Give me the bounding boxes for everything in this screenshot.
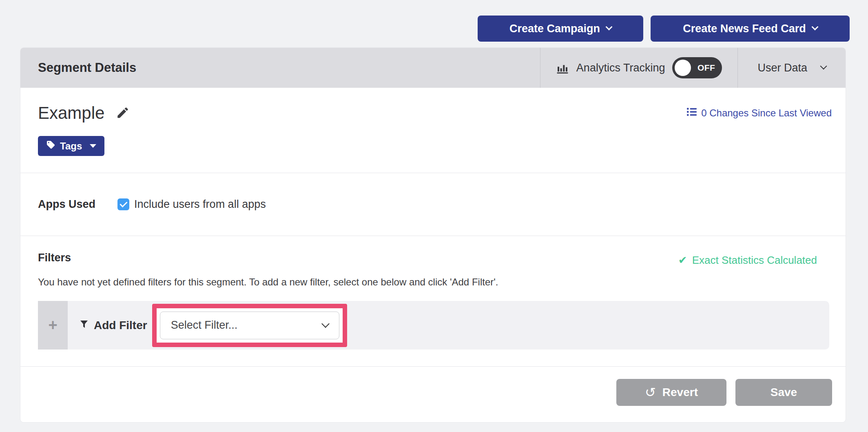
bar-chart-icon (556, 61, 569, 74)
chevron-down-icon (820, 63, 827, 70)
top-action-bar: Create Campaign Create News Feed Card (0, 0, 868, 42)
analytics-tracking-control: Analytics Tracking OFF (540, 48, 738, 88)
save-button[interactable]: Save (735, 379, 832, 406)
exact-statistics-label: Exact Statistics Calculated (692, 254, 817, 267)
user-data-dropdown[interactable]: User Data (737, 48, 846, 88)
add-filter-label: Add Filter (94, 319, 147, 332)
add-filter-label-group: Add Filter (79, 319, 147, 332)
chevron-down-icon (606, 24, 613, 31)
save-label: Save (771, 386, 797, 399)
chevron-down-icon (811, 24, 818, 31)
apps-used-section: Apps Used Include users from all apps (20, 173, 846, 236)
include-all-apps-checkbox[interactable] (117, 198, 129, 210)
caret-down-icon (90, 144, 96, 148)
apps-used-label: Apps Used (38, 198, 95, 211)
tag-icon (46, 140, 55, 152)
create-campaign-button[interactable]: Create Campaign (478, 16, 643, 42)
tags-button[interactable]: Tags (38, 136, 104, 156)
tags-label: Tags (60, 140, 82, 152)
filters-empty-text: You have not yet defined filters for thi… (38, 276, 828, 288)
segment-name: Example (38, 103, 104, 123)
segment-details-panel: Segment Details Analytics Tracking OFF U… (20, 48, 846, 422)
changes-since-last-viewed-link[interactable]: 0 Changes Since Last Viewed (686, 107, 832, 120)
plus-icon: + (48, 316, 57, 334)
funnel-icon (79, 319, 89, 332)
panel-header: Segment Details Analytics Tracking OFF U… (20, 48, 846, 88)
select-filter-value: Select Filter... (171, 319, 238, 332)
pencil-icon (116, 106, 130, 121)
toggle-state-label: OFF (698, 63, 715, 73)
create-news-feed-card-button[interactable]: Create News Feed Card (651, 16, 850, 42)
select-filter-dropdown[interactable]: Select Filter... (160, 312, 339, 339)
create-news-feed-card-label: Create News Feed Card (683, 22, 806, 35)
panel-footer: ↺ Revert Save (20, 366, 846, 422)
toggle-knob (675, 60, 691, 76)
add-filter-row: + Add Filter Select Filter... (38, 301, 829, 350)
segment-title-section: Example 0 Changes Since Last Viewed Tags (20, 88, 846, 173)
user-data-label: User Data (757, 62, 807, 74)
edit-name-button[interactable] (116, 106, 130, 121)
add-filter-group-button[interactable]: + (38, 301, 68, 350)
changes-link-label: 0 Changes Since Last Viewed (701, 107, 832, 119)
revert-icon: ↺ (645, 386, 656, 399)
select-filter-highlight: Select Filter... (152, 304, 347, 347)
filters-section: Filters ✔ Exact Statistics Calculated Yo… (20, 236, 846, 366)
analytics-tracking-label: Analytics Tracking (576, 62, 665, 74)
page-title: Segment Details (20, 48, 540, 88)
check-icon: ✔ (678, 254, 687, 267)
list-icon (686, 107, 697, 120)
chevron-down-icon (321, 320, 330, 328)
analytics-tracking-toggle[interactable]: OFF (672, 57, 722, 78)
exact-statistics-status: ✔ Exact Statistics Calculated (678, 254, 817, 267)
revert-button[interactable]: ↺ Revert (616, 379, 726, 406)
create-campaign-label: Create Campaign (509, 22, 600, 35)
include-all-apps-label: Include users from all apps (134, 198, 266, 211)
revert-label: Revert (662, 386, 698, 399)
